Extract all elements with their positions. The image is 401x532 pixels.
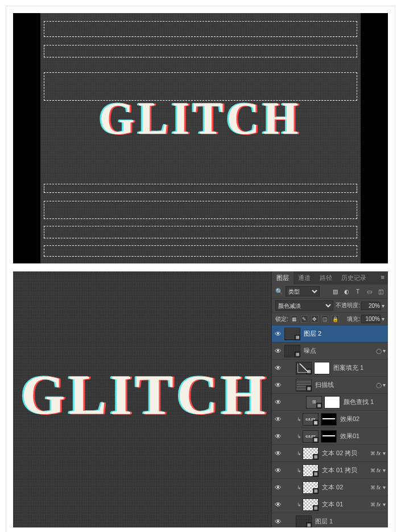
lock-paint-icon[interactable]: ✎ bbox=[301, 315, 308, 323]
link-icon[interactable]: ⌘ bbox=[370, 502, 375, 508]
layer-row[interactable]: 👁↳▦文本 01 拷贝⌘fx▾ bbox=[272, 462, 388, 479]
layer-row[interactable]: 👁▦图案填充 1 bbox=[272, 360, 388, 377]
layer-thumbnail[interactable]: GLIT▦ bbox=[303, 430, 319, 443]
visibility-eye-icon[interactable]: 👁 bbox=[272, 347, 284, 355]
visibility-eye-icon[interactable]: 👁 bbox=[272, 484, 284, 492]
tab-layers[interactable]: 图层 bbox=[272, 271, 293, 284]
filter-type-icon[interactable]: T bbox=[354, 287, 362, 295]
chevron-down-icon[interactable]: ▾ bbox=[383, 450, 386, 456]
fx-badge[interactable]: fx bbox=[377, 485, 381, 490]
visibility-eye-icon[interactable]: 👁 bbox=[272, 415, 284, 423]
layer-thumbnail[interactable]: ⊞▦ bbox=[306, 396, 322, 409]
layer-name-label[interactable]: 文本 01 bbox=[321, 500, 369, 509]
layer-name-label[interactable]: 图层 2 bbox=[303, 329, 386, 338]
canvas-area[interactable]: GLITCH bbox=[40, 13, 361, 263]
layer-row[interactable]: 👁↳▦文本 01⌘fx▾ bbox=[272, 496, 388, 513]
layer-filter-kind[interactable]: 类型 bbox=[286, 286, 320, 296]
layer-mask-thumbnail[interactable] bbox=[324, 396, 340, 409]
layer-name-label[interactable]: 颜色查找 1 bbox=[342, 398, 386, 406]
layer-name-label[interactable]: 扫描线 bbox=[314, 381, 375, 389]
adjustment-icon[interactable]: ◯ bbox=[376, 348, 382, 354]
layer-row[interactable]: 👁↳GLIT▦效果02 bbox=[272, 411, 388, 428]
visibility-eye-icon[interactable]: 👁 bbox=[272, 398, 284, 406]
blend-mode-select[interactable]: 颜色减淡 bbox=[275, 300, 333, 311]
filter-smart-icon[interactable]: ◫ bbox=[377, 287, 385, 295]
clip-arrow-icon: ↳ bbox=[297, 502, 301, 508]
link-icon[interactable]: ⌘ bbox=[370, 451, 375, 456]
lock-pos-icon[interactable]: ✥ bbox=[311, 315, 319, 323]
layer-name-label[interactable]: 文本 01 拷贝 bbox=[321, 466, 369, 475]
fill-input[interactable] bbox=[361, 315, 381, 323]
filter-adjust-icon[interactable]: ◐ bbox=[342, 287, 350, 295]
visibility-eye-icon[interactable]: 👁 bbox=[272, 518, 284, 526]
document-canvas-top[interactable]: GLITCH bbox=[13, 13, 388, 263]
link-icon[interactable]: ⌘ bbox=[370, 485, 375, 490]
visibility-eye-icon[interactable]: 👁 bbox=[272, 330, 284, 338]
lock-all-icon[interactable]: 🔒 bbox=[332, 315, 339, 323]
filter-pixel-icon[interactable]: ▧ bbox=[331, 287, 339, 295]
fx-badge[interactable]: fx bbox=[377, 468, 381, 473]
layer-row[interactable]: 👁▦噪点◯▾ bbox=[272, 343, 388, 360]
layer-thumbnail[interactable]: ▦ bbox=[296, 515, 312, 528]
layer-row[interactable]: 👁▦扫描线◯▾ bbox=[272, 377, 388, 394]
layer-thumbnail[interactable]: ▦ bbox=[296, 379, 312, 391]
layer-thumbnail[interactable]: ▦ bbox=[303, 498, 319, 511]
clip-arrow-icon: ↳ bbox=[297, 434, 301, 439]
filter-shape-icon[interactable]: ▭ bbox=[365, 287, 373, 295]
layer-mask-thumbnail[interactable] bbox=[314, 362, 330, 374]
layer-thumbnail[interactable]: ▦ bbox=[284, 328, 300, 340]
layer-list[interactable]: 👁▦图层 2👁▦噪点◯▾👁▦图案填充 1👁▦扫描线◯▾👁⊞▦颜色查找 1👁↳GL… bbox=[272, 325, 388, 527]
visibility-eye-icon[interactable]: 👁 bbox=[272, 467, 284, 475]
layer-thumbnail[interactable]: ▦ bbox=[303, 464, 319, 477]
blend-row: 颜色减淡 不透明度: ▾ bbox=[272, 299, 388, 313]
layer-row[interactable]: 👁⊞▦颜色查找 1 bbox=[272, 394, 388, 411]
tab-history[interactable]: 历史记录 bbox=[337, 271, 371, 284]
fx-badge[interactable]: fx bbox=[377, 502, 381, 508]
layer-name-label[interactable]: 噪点 bbox=[303, 347, 375, 355]
chevron-down-icon[interactable]: ▾ bbox=[383, 501, 386, 508]
chevron-down-icon[interactable]: ▾ bbox=[383, 467, 386, 473]
layer-mask-thumbnail[interactable] bbox=[321, 430, 337, 443]
lock-artboard-icon[interactable]: ◫ bbox=[321, 315, 329, 323]
layer-name-label[interactable]: 文本 02 拷贝 bbox=[321, 449, 369, 457]
layer-name-label[interactable]: 效果02 bbox=[339, 415, 386, 423]
thumb-badge-icon: ▦ bbox=[295, 352, 300, 357]
layer-name-label[interactable]: 图案填充 1 bbox=[332, 364, 386, 372]
adjustment-icon[interactable]: ◯ bbox=[376, 382, 382, 388]
layer-row[interactable]: 👁↳▦文本 02⌘fx▾ bbox=[272, 479, 388, 496]
visibility-eye-icon[interactable]: 👁 bbox=[272, 449, 284, 457]
chevron-down-icon[interactable]: ▾ bbox=[382, 303, 385, 309]
layer-name-label[interactable]: 效果01 bbox=[339, 432, 386, 440]
fx-badge[interactable]: fx bbox=[377, 451, 381, 456]
tab-paths[interactable]: 路径 bbox=[315, 271, 337, 284]
layer-row[interactable]: 👁↳GLIT▦效果01 bbox=[272, 428, 388, 445]
document-canvas-bottom[interactable]: GLITCH bbox=[13, 271, 271, 527]
chevron-down-icon[interactable]: ▾ bbox=[382, 316, 385, 322]
tab-channels[interactable]: 通道 bbox=[293, 271, 315, 284]
layer-thumbnail[interactable]: ▦ bbox=[284, 345, 300, 357]
layer-mask-thumbnail[interactable] bbox=[321, 413, 337, 426]
chevron-down-icon[interactable]: ▾ bbox=[383, 484, 386, 490]
chevron-down-icon[interactable]: ▾ bbox=[383, 348, 386, 354]
layer-thumbnail[interactable]: GLIT▦ bbox=[303, 413, 319, 426]
visibility-eye-icon[interactable]: 👁 bbox=[272, 364, 284, 372]
search-icon[interactable]: 🔍 bbox=[275, 288, 283, 295]
link-icon[interactable]: ⌘ bbox=[370, 468, 375, 473]
lock-trans-icon[interactable]: ▦ bbox=[291, 315, 298, 323]
layer-thumbnail[interactable]: ▦ bbox=[303, 447, 319, 460]
opacity-input[interactable] bbox=[361, 302, 381, 310]
opacity-label: 不透明度: bbox=[336, 302, 360, 310]
visibility-eye-icon[interactable]: 👁 bbox=[272, 501, 284, 509]
visibility-eye-icon[interactable]: 👁 bbox=[272, 432, 284, 440]
layer-row[interactable]: 👁↳▦文本 02 拷贝⌘fx▾ bbox=[272, 445, 388, 462]
layer-thumbnail[interactable]: ▦ bbox=[296, 362, 312, 374]
layer-row[interactable]: 👁▦图层 2 bbox=[272, 325, 388, 343]
panel-menu-icon[interactable]: ≡ bbox=[378, 271, 388, 284]
thumb-badge-icon: ▦ bbox=[306, 522, 312, 528]
layer-row[interactable]: 👁▦图层 1 bbox=[272, 513, 388, 527]
layer-name-label[interactable]: 图层 1 bbox=[314, 517, 386, 526]
visibility-eye-icon[interactable]: 👁 bbox=[272, 381, 284, 389]
layer-thumbnail[interactable]: ▦ bbox=[303, 481, 319, 494]
layer-name-label[interactable]: 文本 02 bbox=[321, 483, 369, 492]
chevron-down-icon[interactable]: ▾ bbox=[383, 382, 386, 388]
